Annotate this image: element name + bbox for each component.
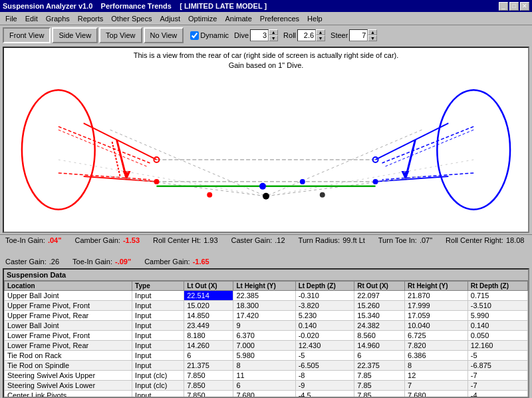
steer-input[interactable] (349, 29, 368, 41)
table-cell: 0.140 (295, 321, 354, 331)
table-cell: 21.870 (405, 291, 468, 301)
camber-gain-left: Camber Gain: -1.53 (74, 236, 140, 244)
table-cell: 24.382 (354, 321, 405, 331)
dive-input[interactable]: 3 (250, 29, 269, 41)
dive-spinner: 3 ▲ ▼ (250, 29, 278, 41)
steer-label: Steer (331, 31, 348, 39)
dive-down-arrow[interactable]: ▼ (269, 35, 278, 41)
table-cell: 5.980 (233, 351, 295, 361)
table-cell: 0.140 (467, 321, 527, 331)
roll-up-arrow[interactable]: ▲ (316, 29, 325, 35)
toe-in-gain-right: Toe-In Gain: -.09" (72, 258, 131, 266)
table-row[interactable]: Upper Frame Pivot, RearInput14.85017.420… (5, 311, 528, 321)
col-header-lt-height: Lt Height (Y) (233, 282, 295, 291)
svg-point-0 (22, 90, 95, 210)
steer-arrows: ▲ ▼ (368, 29, 377, 41)
product-name: Performance Trends (101, 2, 172, 10)
table-cell: 15.260 (354, 301, 405, 311)
menu-help[interactable]: Help (303, 13, 327, 24)
table-cell: -7 (467, 381, 527, 391)
dynamic-checkbox-group: Dynamic (190, 31, 229, 40)
table-cell: 17.999 (405, 301, 468, 311)
title-bar: Suspension Analyzer v1.0 Performance Tre… (0, 0, 532, 12)
maximize-button[interactable]: □ (509, 2, 519, 11)
svg-point-27 (207, 192, 212, 198)
model-name: [ LIMITED LATE MODEL ] (180, 2, 267, 10)
table-row[interactable]: Steering Swivel Axis UpperInput (clc)7.8… (5, 371, 528, 381)
table-cell: Lower Frame Pivot, Rear (5, 341, 132, 351)
toe-in-gain-left: Toe-In Gain: .04" (5, 236, 61, 244)
table-row[interactable]: Upper Frame Pivot, FrontInput15.02018.30… (5, 301, 528, 311)
table-cell: 8 (233, 361, 295, 371)
roll-input[interactable] (297, 29, 316, 41)
suspension-data-table: Location Type Lt Out (X) Lt Height (Y) L… (4, 281, 528, 398)
menu-animate[interactable]: Animate (221, 13, 255, 24)
turn-radius: Turn Radius: 99.ft Lt (299, 236, 365, 244)
menu-adjust[interactable]: Adjust (156, 13, 184, 24)
menu-other-specs[interactable]: Other Specs (107, 13, 156, 24)
table-cell: 17.420 (233, 311, 295, 321)
table-cell: 0.050 (467, 331, 527, 341)
table-row[interactable]: Lower Frame Pivot, FrontInput8.1806.370-… (5, 331, 528, 341)
turn-toe-in-label: Turn Toe In: (378, 236, 417, 244)
menu-reports[interactable]: Reports (74, 13, 108, 24)
table-cell: -0.020 (295, 331, 354, 341)
camber-gain-left-value: -1.53 (123, 236, 140, 244)
roll-down-arrow[interactable]: ▼ (316, 35, 325, 41)
table-cell: 6 (233, 381, 295, 391)
top-view-button[interactable]: Top View (99, 27, 142, 43)
roll-center-right: Roll Center Right: 18.08 (446, 236, 524, 244)
table-row[interactable]: Upper Ball JointInput22.51422.385-0.3102… (5, 291, 528, 301)
menu-preferences[interactable]: Preferences (256, 13, 303, 24)
menu-file[interactable]: File (1, 13, 21, 24)
table-row[interactable]: Center Link PivotsInput7.8507.680-4.57.8… (5, 391, 528, 399)
steer-down-arrow[interactable]: ▼ (368, 35, 377, 41)
table-cell: 9 (233, 321, 295, 331)
menu-edit[interactable]: Edit (21, 13, 42, 24)
svg-line-2 (59, 126, 150, 163)
side-view-button[interactable]: Side View (52, 27, 98, 43)
table-row[interactable]: Lower Frame Pivot, RearInput14.2607.0001… (5, 341, 528, 351)
table-cell: 6.386 (405, 351, 468, 361)
menu-optimize[interactable]: Optimize (184, 13, 221, 24)
table-row[interactable]: Tie Rod on RackInput65.980-566.386-5 (5, 351, 528, 361)
svg-point-34 (300, 179, 305, 184)
table-cell: -9 (295, 381, 354, 391)
menu-graphs[interactable]: Graphs (42, 13, 74, 24)
caption-line1: This is a view from the rear of car (rig… (4, 51, 528, 61)
turn-toe-in-value: .07" (420, 236, 432, 244)
table-cell: Input (132, 331, 184, 341)
dynamic-checkbox[interactable] (190, 31, 199, 40)
dive-up-arrow[interactable]: ▲ (269, 29, 278, 35)
svg-point-26 (263, 193, 269, 200)
no-view-button[interactable]: No View (144, 27, 184, 43)
table-cell: 6.725 (405, 331, 468, 341)
caster-gain-right: Caster Gain: .26 (5, 258, 59, 266)
table-cell: Input (132, 311, 184, 321)
table-row[interactable]: Lower Ball JointInput23.44990.14024.3821… (5, 321, 528, 331)
table-cell: Steering Swivel Axis Lower (5, 381, 132, 391)
table-row[interactable]: Tie Rod on SpindleInput21.3758-6.50522.3… (5, 361, 528, 371)
col-header-rt-out: Rt Out (X) (354, 282, 405, 291)
turn-radius-value: 99.ft Lt (342, 236, 365, 244)
table-cell: 8.560 (354, 331, 405, 341)
close-button[interactable]: ✕ (520, 2, 529, 11)
svg-line-24 (266, 160, 473, 196)
table-cell: -3.820 (295, 301, 354, 311)
minimize-button[interactable]: _ (499, 2, 508, 11)
table-cell: 21.375 (184, 361, 233, 371)
table-cell: -3.510 (467, 301, 527, 311)
col-header-rt-depth: Rt Depth (Z) (467, 282, 527, 291)
table-cell: 7.000 (233, 341, 295, 351)
col-header-type: Type (132, 282, 184, 291)
table-cell: 6 (184, 351, 233, 361)
table-cell: 6.370 (233, 331, 295, 341)
camber-gain-right-label: Camber Gain: (144, 258, 190, 266)
roll-center-ht-label: Roll Center Ht: (153, 236, 201, 244)
front-view-button[interactable]: Front View (3, 27, 51, 43)
toe-in-gain-right-value: -.09" (115, 258, 131, 266)
table-cell: 23.449 (184, 321, 233, 331)
steer-up-arrow[interactable]: ▲ (368, 29, 377, 35)
caster-gain-left: Caster Gain: .12 (231, 236, 285, 244)
table-row[interactable]: Steering Swivel Axis LowerInput (clc)7.8… (5, 381, 528, 391)
